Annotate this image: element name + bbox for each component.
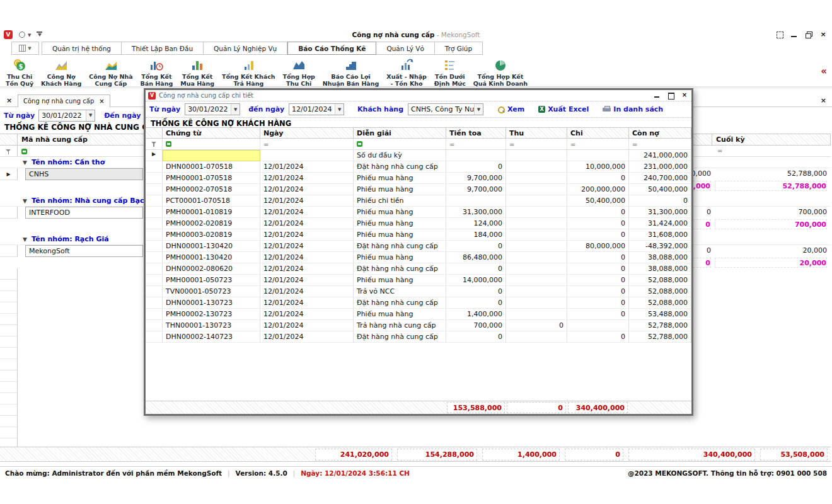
filter-cell-date[interactable]: = [260,139,354,149]
table-row[interactable]: PMH00001-05072312/01/2024Phiếu mua hàng1… [146,275,691,286]
column-header-toa[interactable]: Tiền toa [446,128,506,138]
table-row[interactable]: DHN00002-08062012/01/2024Đặt hàng nhà cu… [146,263,691,275]
column-header-chi[interactable]: Chi [567,128,629,138]
tab-bao-cao-thong-ke[interactable]: Báo Cáo Thống Kê [287,42,376,55]
group-collapse-icon[interactable]: ▼ [23,236,27,243]
filter-cell-desc[interactable] [354,139,446,149]
table-row[interactable]: PMH00001-13042012/01/2024Phiếu mua hàng8… [146,252,691,263]
filter-cell-toa[interactable]: = [446,139,506,149]
cell-desc: Phiếu mua hàng [354,184,446,195]
tab-quan-ly-nghiep-vu[interactable]: Quản Lý Nghiệp Vụ [204,42,287,55]
toolbar-item-tong-ket-mua-hang[interactable]: Tổng Kết Mua Hàng [177,57,217,88]
toolbar-item-tong-ket-ban-hang[interactable]: Tổng Kết Bán Hàng [137,57,176,88]
table-row[interactable]: PMH00001-07051812/01/2024Phiếu mua hàng9… [146,173,691,184]
toolbar-item-thu-chi-ton-quy[interactable]: $Thu Chi Tồn Quỹ [3,57,37,88]
cell-balance: 231,000,000 [629,161,691,173]
filter-row-indicator[interactable] [0,146,18,156]
toolbar-item-tong-ket-khach-tra-hang[interactable]: Tổng Kết Khách Trả Hàng [219,57,278,88]
filter-cell-doc[interactable] [163,139,260,149]
from-date-combobox[interactable]: 30/01/2022 ▼ [38,110,95,122]
cell-doc: PMH00002-070518 [163,184,260,195]
table-row[interactable]: DHN00001-07051812/01/2024Đặt hàng nhà cu… [146,161,691,173]
view-button[interactable]: Xem [497,105,524,113]
tabstrip-close-right-icon[interactable]: × [821,96,826,105]
tab-tro-giup[interactable]: Trợ Giúp [435,42,483,55]
toolbar-item-ton-duoi-dinh-muc[interactable]: Tồn Dưới Định Mức [431,57,469,88]
dialog-maximize-button[interactable] [667,92,674,98]
table-row[interactable]: TVN00001-05072312/01/2024Trả vỏ NCC0052,… [146,286,691,297]
column-header-date[interactable]: Ngày [260,128,354,138]
export-excel-button[interactable]: XXuất Excel [538,105,589,113]
cell-toa: 14,000,000 [446,275,506,286]
cell-date: 12/01/2024 [260,252,354,263]
endperiod-filter-cell[interactable]: = [717,147,722,155]
table-row[interactable]: DHN00001-13042012/01/2024Đặt hàng nhà cu… [146,241,691,252]
table-row[interactable]: PMH00002-07051812/01/2024Phiếu mua hàng9… [146,184,691,195]
table-row[interactable]: DHN00002-14072312/01/2024Đặt hàng nhà cu… [146,331,691,343]
cell-balance: 52,088,000 [629,297,691,309]
group-collapse-icon[interactable]: ▼ [23,198,27,204]
table-row[interactable]: DHN00001-13072312/01/2024Đặt hàng nhà cu… [146,297,691,309]
dialog-from-combobox[interactable]: 30/01/2022 ▼ [185,103,240,115]
dialog-minimize-button[interactable] [654,92,660,98]
tab-cong-no-nha-cung-cap[interactable]: Công nợ nhà cung cấp × [18,94,110,107]
supplier-filter-cell[interactable] [21,148,27,156]
dialog-close-button[interactable]: × [681,92,688,98]
dialog-titlebar[interactable]: V Công nợ nhà cung cấp chi tiết × [146,90,691,101]
dialog-table-rows: ▶Số dư đầu kỳ241,000,000DHN00001-0705181… [146,150,691,343]
table-row[interactable]: PCT00001-07051812/01/2024Phiếu chi tiền5… [146,195,691,207]
row-indicator-cell: ▶ [146,150,163,161]
cell-date: 12/01/2024 [260,275,354,286]
cell-desc: Đặt hàng nhà cung cấp [354,297,446,309]
cell-date: 12/01/2024 [260,320,354,331]
end-period-column-header[interactable]: Cuối kỳ [712,134,831,145]
row-indicator-cell [146,309,163,320]
toolbar-item-bao-cao-loi-nhuan-ban-hang[interactable]: Báo Cáo Lợi Nhuận Bán Hàng [320,57,383,88]
tab-close-icon[interactable]: × [99,98,104,105]
filter-row-indicator[interactable] [146,139,163,149]
ribbon-launcher-button[interactable]: ▼ [11,42,39,55]
cell-date: 12/01/2024 [260,331,354,343]
toolbar-item-cong-no-nha-cung-cap[interactable]: Công Nợ Nhà Cung Cấp [86,57,136,88]
column-header-thu[interactable]: Thu [506,128,567,138]
equals-filter-icon: = [632,141,637,148]
dropdown-arrow-icon[interactable]: ▼ [474,104,483,115]
cell-thu [506,150,567,161]
toolbar-collapse-icon[interactable]: « [821,67,827,76]
dropdown-arrow-icon[interactable]: ▼ [231,104,240,115]
restore-button[interactable] [805,31,812,38]
row-indicator-cell [146,286,163,297]
table-row[interactable]: PMH00003-02081912/01/2024Phiếu mua hàng1… [146,229,691,241]
select-window-icon[interactable] [776,31,783,38]
toolbar-item-tong-hop-ket-qua-kinh-doanh[interactable]: Tổng Hợp Kết Quả Kinh Doanh [470,57,531,88]
table-row[interactable]: THN00001-13072312/01/2024Trả hàng nhà cu… [146,320,691,331]
cell-doc: PMH00001-070518 [163,173,260,184]
table-row[interactable]: PMH00002-13072312/01/2024Phiếu mua hàng1… [146,309,691,320]
dropdown-arrow-icon[interactable]: ▼ [335,104,344,115]
grand-total-cell: 53,508,000 [760,449,828,461]
table-row[interactable]: ▶Số dư đầu kỳ241,000,000 [146,150,691,161]
filter-cell-thu[interactable]: = [506,139,567,149]
close-button[interactable]: × [819,31,827,38]
dialog-to-combobox[interactable]: 12/01/2024 ▼ [289,103,344,115]
toolbar-item-xuat-nhap-ton-kho[interactable]: Xuất - Nhập - Tồn Kho [383,57,430,88]
column-header-balance[interactable]: Còn nợ [629,128,691,138]
tab-quan-ly-vo[interactable]: Quản Lý Vỏ [376,42,434,55]
tab-quan-tri-he-thong[interactable]: Quản trị hệ thống [42,42,122,55]
tabstrip-close-icon[interactable]: × [6,96,12,105]
toolbar-item-tong-hop-thu-chi[interactable]: Tổng Hợp Thu Chi [280,57,318,88]
dropdown-arrow-icon[interactable]: ▼ [86,110,95,121]
subtotal-end-cell: 20,000 [715,258,827,268]
filter-cell-chi[interactable]: = [567,139,629,149]
group-collapse-icon[interactable]: ▼ [23,159,27,166]
print-list-button[interactable]: In danh sách [603,105,663,113]
minimize-button[interactable] [790,31,798,38]
filter-cell-balance[interactable]: = [629,139,691,149]
customer-combobox[interactable]: CNHS, Công Ty Nước ... ▼ [408,103,483,115]
table-row[interactable]: PMH00001-01081912/01/2024Phiếu mua hàng3… [146,207,691,218]
column-header-desc[interactable]: Diễn giải [354,128,446,138]
tab-thiet-lap-ban-dau[interactable]: Thiết Lập Ban Đầu [122,42,204,55]
table-row[interactable]: PMH00002-02081912/01/2024Phiếu mua hàng1… [146,218,691,229]
column-header-doc[interactable]: Chứng từ [163,128,260,138]
toolbar-item-cong-no-khach-hang[interactable]: Công Nợ Khách Hàng [38,57,84,88]
